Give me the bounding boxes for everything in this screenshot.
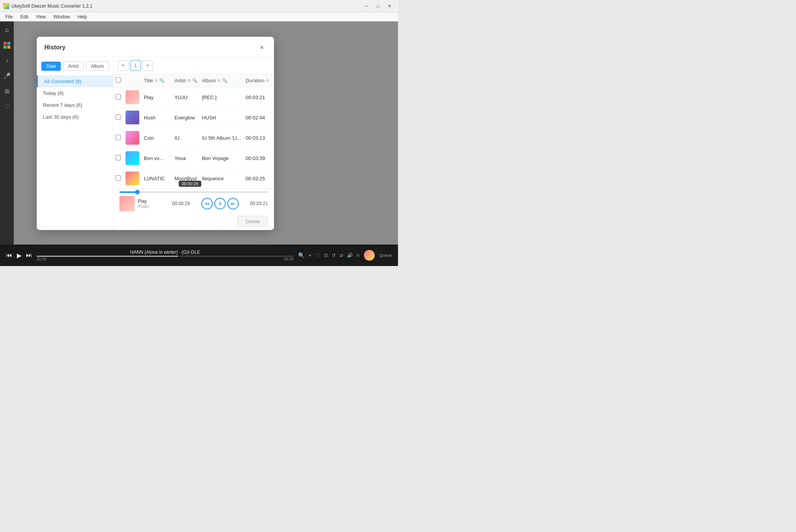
filter-tab-artist[interactable]: Artist: [63, 62, 83, 71]
bottom-progress-bar[interactable]: [37, 256, 294, 257]
menu-file[interactable]: File: [2, 13, 16, 20]
bottom-play-button[interactable]: ▶: [17, 252, 21, 259]
app-icon: [3, 3, 9, 9]
nav-item-today[interactable]: Today (6): [37, 87, 113, 99]
svg-rect-3: [7, 46, 10, 49]
bottom-queue-label[interactable]: Queue: [379, 253, 392, 258]
dialog-overlay: History × Date Artist Album All Converte…: [14, 21, 398, 245]
row-checkbox-3[interactable]: [116, 135, 121, 140]
menu-window[interactable]: Window: [50, 13, 74, 20]
song-artist-2: Everglow: [172, 108, 200, 128]
menu-help[interactable]: Help: [74, 13, 91, 20]
sidebar-icon-home[interactable]: ⌂: [2, 24, 12, 35]
filter-tab-album[interactable]: Album: [86, 62, 109, 71]
progress-bar[interactable]: [119, 191, 268, 193]
song-artist-1: YUJU: [172, 87, 200, 108]
bottom-next-button[interactable]: ⏭: [26, 252, 32, 259]
artist-search-icon[interactable]: 🔍: [192, 78, 197, 83]
play-button-5[interactable]: ▶: [274, 174, 274, 183]
page-next-button[interactable]: >: [142, 60, 153, 71]
bottom-cast-icon[interactable]: ⊡: [324, 253, 328, 258]
row-checkbox-2[interactable]: [116, 114, 121, 120]
song-album-4: Bon Voyage: [200, 148, 243, 168]
bottom-add-icon[interactable]: +: [308, 252, 312, 258]
row-checkbox-4[interactable]: [116, 155, 121, 160]
song-title-4: Bon vo...: [142, 148, 172, 168]
bottom-volume-icon[interactable]: 🔊: [347, 253, 353, 258]
song-artist-4: Yooa: [172, 148, 200, 168]
progress-container: 00:00:29: [119, 191, 268, 193]
album-sort-icon[interactable]: ⇅: [217, 78, 220, 83]
player-next-button[interactable]: ⏭: [227, 198, 239, 209]
nav-item-all[interactable]: All Converted (6): [37, 75, 113, 87]
col-title: Title ⇅ 🔍: [142, 74, 172, 87]
album-search-icon[interactable]: 🔍: [222, 78, 227, 83]
sidebar-icon-grid[interactable]: ⊞: [2, 86, 12, 96]
sidebar-icon-music[interactable]: ♪: [2, 55, 12, 66]
filter-tabs: Date Artist Album: [37, 62, 113, 75]
play-button-2[interactable]: ▶: [274, 113, 274, 122]
title-search-icon[interactable]: 🔍: [159, 78, 165, 83]
sidebar-icon-mic[interactable]: 🎤: [2, 70, 12, 81]
progress-fill: [119, 191, 137, 193]
bottom-prev-button[interactable]: ⏮: [6, 252, 12, 259]
col-artist: Artist ⇅ 🔍: [172, 74, 200, 87]
col-actions: [271, 74, 274, 87]
row-checkbox-5[interactable]: [116, 175, 121, 181]
table-row: PlayYUJU[REC.]00:03:21📁🗑: [113, 87, 274, 108]
page-1-button[interactable]: 1: [130, 60, 141, 71]
artist-sort-icon[interactable]: ⇅: [188, 78, 191, 83]
song-title-3: Coin: [142, 128, 172, 148]
player-controls: Play YUJU 00:00:29 ⏮ ⏸ ⏭ 00:03:21: [119, 196, 268, 211]
bottom-search-icon[interactable]: 🔍: [298, 252, 305, 258]
song-title-2: Hush: [142, 108, 172, 128]
menu-view[interactable]: View: [32, 13, 50, 20]
row-actions-3: ▶📁🗑: [274, 134, 274, 142]
player-prev-button[interactable]: ⏮: [201, 198, 213, 209]
play-button-4[interactable]: ▶: [274, 154, 274, 162]
minimize-button[interactable]: ─: [361, 2, 372, 10]
bottom-repeat-icon[interactable]: ↺: [332, 253, 336, 258]
bottom-heart-icon[interactable]: ♡: [315, 252, 320, 258]
bottom-bar: ⏮ ▶ ⏭ HANN (Alone in winter) · (G)I-DLE …: [0, 245, 398, 266]
song-thumb-4: [126, 151, 139, 165]
row-actions-2: ▶📁🗑: [274, 113, 274, 122]
close-button[interactable]: ✕: [384, 2, 395, 10]
page-prev-button[interactable]: <: [118, 60, 129, 71]
bottom-shuffle-icon[interactable]: ⇄: [339, 253, 343, 258]
menu-edit[interactable]: Edit: [16, 13, 32, 20]
nav-item-recent7[interactable]: Recent 7 days (6): [37, 99, 113, 111]
equalizer-icon-1[interactable]: [274, 93, 274, 101]
player-artist: YUJU: [138, 204, 161, 209]
title-sort-icon[interactable]: ⇅: [155, 78, 158, 83]
nav-item-last30[interactable]: Last 30 days (6): [37, 111, 113, 123]
table-row: HushEverglowHUSH00:02:44▶📁🗑: [113, 108, 274, 128]
history-dialog: History × Date Artist Album All Converte…: [37, 37, 274, 230]
bottom-eq-icon[interactable]: ≡: [357, 253, 359, 258]
song-album-3: IU 5th Album 'LI...: [200, 128, 243, 148]
row-checkbox-1[interactable]: [116, 94, 121, 100]
filter-tab-date[interactable]: Date: [41, 62, 61, 71]
sidebar-icon-colorful[interactable]: [2, 40, 12, 51]
select-all-checkbox[interactable]: [116, 77, 121, 83]
play-button-3[interactable]: ▶: [274, 134, 274, 142]
delete-button[interactable]: Delete: [237, 216, 268, 227]
sidebar-icon-heart[interactable]: ♡: [2, 101, 12, 112]
player-pause-button[interactable]: ⏸: [214, 198, 226, 209]
table-row: CoinIUIU 5th Album 'LI...00:03:13▶📁🗑: [113, 128, 274, 148]
song-duration-5: 00:03:25: [243, 168, 271, 189]
bottom-track-info: HANN (Alone in winter) · (G)I-DLE 00:00 …: [37, 250, 294, 261]
col-album: Album ⇅ 🔍: [200, 74, 243, 87]
col-duration: Duration ⇅: [243, 74, 271, 87]
progress-thumb[interactable]: [135, 190, 140, 194]
bottom-time-end: 03:39: [284, 257, 294, 261]
duration-sort-icon[interactable]: ⇅: [266, 78, 269, 83]
song-thumb-5: [126, 171, 139, 185]
col-thumb: [123, 74, 142, 87]
row-actions-4: ▶📁🗑: [274, 154, 274, 162]
dialog-close-button[interactable]: ×: [257, 43, 266, 52]
pagination: < 1 >: [113, 57, 274, 74]
song-duration-1: 00:03:21: [243, 87, 271, 108]
maximize-button[interactable]: □: [373, 2, 383, 10]
bottom-times: 00:00 03:39: [37, 257, 294, 261]
